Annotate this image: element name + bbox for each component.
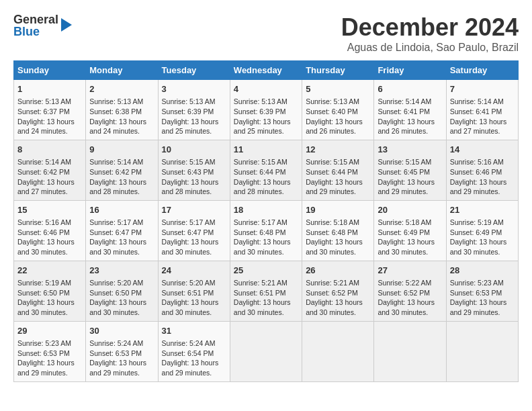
logo-blue: Blue	[13, 26, 58, 38]
calendar-cell	[374, 321, 446, 381]
sunrise-text: Sunrise: 5:15 AM	[306, 158, 359, 166]
sunset-text: Sunset: 6:51 PM	[162, 289, 214, 297]
calendar-cell: 14Sunrise: 5:16 AMSunset: 6:46 PMDayligh…	[446, 140, 518, 200]
day-number: 1	[17, 83, 82, 95]
day-number: 3	[162, 83, 226, 95]
sunset-text: Sunset: 6:40 PM	[306, 107, 358, 116]
calendar-cell: 28Sunrise: 5:23 AMSunset: 6:53 PMDayligh…	[446, 261, 518, 321]
day-number: 31	[162, 325, 226, 337]
day-number: 14	[450, 144, 515, 156]
sunset-text: Sunset: 6:41 PM	[378, 107, 430, 116]
day-number: 21	[450, 204, 515, 216]
sunset-text: Sunset: 6:44 PM	[234, 168, 286, 176]
weekday-header-monday: Monday	[86, 61, 158, 80]
sunrise-text: Sunrise: 5:13 AM	[89, 97, 143, 105]
sunrise-text: Sunrise: 5:14 AM	[378, 97, 431, 105]
calendar-cell: 10Sunrise: 5:15 AMSunset: 6:43 PMDayligh…	[158, 140, 230, 200]
day-number: 29	[17, 325, 82, 337]
day-number: 5	[306, 83, 370, 95]
sunrise-text: Sunrise: 5:22 AM	[378, 279, 431, 287]
sunrise-text: Sunrise: 5:24 AM	[162, 339, 216, 347]
sunset-text: Sunset: 6:46 PM	[17, 228, 70, 236]
sunrise-text: Sunrise: 5:15 AM	[378, 158, 431, 166]
day-number: 8	[17, 144, 82, 156]
sunset-text: Sunset: 6:45 PM	[378, 168, 430, 176]
day-number: 19	[306, 204, 370, 216]
calendar-cell: 20Sunrise: 5:18 AMSunset: 6:49 PMDayligh…	[374, 200, 446, 261]
daylight-text: Daylight: 13 hours and 28 minutes.	[89, 178, 146, 196]
logo-chevron-icon	[61, 18, 72, 32]
daylight-text: Daylight: 13 hours and 26 minutes.	[378, 118, 435, 136]
calendar-cell: 21Sunrise: 5:19 AMSunset: 6:49 PMDayligh…	[446, 200, 518, 261]
daylight-text: Daylight: 13 hours and 29 minutes.	[450, 178, 507, 196]
sunset-text: Sunset: 6:39 PM	[162, 107, 214, 116]
day-number: 11	[234, 144, 298, 156]
sunset-text: Sunset: 6:47 PM	[89, 228, 142, 236]
daylight-text: Daylight: 13 hours and 30 minutes.	[450, 238, 507, 256]
day-number: 23	[89, 265, 154, 277]
month-title: December 2024	[341, 13, 519, 42]
sunset-text: Sunset: 6:38 PM	[89, 107, 142, 116]
calendar-cell: 8Sunrise: 5:14 AMSunset: 6:42 PMDaylight…	[14, 140, 86, 200]
calendar-cell: 22Sunrise: 5:19 AMSunset: 6:50 PMDayligh…	[14, 261, 86, 321]
calendar-cell: 27Sunrise: 5:22 AMSunset: 6:52 PMDayligh…	[374, 261, 446, 321]
calendar-cell: 7Sunrise: 5:14 AMSunset: 6:41 PMDaylight…	[446, 80, 518, 140]
sunrise-text: Sunrise: 5:17 AM	[162, 218, 216, 226]
calendar-cell: 23Sunrise: 5:20 AMSunset: 6:50 PMDayligh…	[86, 261, 158, 321]
daylight-text: Daylight: 13 hours and 26 minutes.	[306, 118, 363, 136]
daylight-text: Daylight: 13 hours and 30 minutes.	[89, 298, 146, 316]
daylight-text: Daylight: 13 hours and 24 minutes.	[17, 118, 75, 136]
day-number: 17	[162, 204, 226, 216]
day-number: 6	[378, 83, 442, 95]
day-number: 24	[162, 265, 226, 277]
weekday-header-tuesday: Tuesday	[158, 61, 230, 80]
week-row-1: 1Sunrise: 5:13 AMSunset: 6:37 PMDaylight…	[14, 80, 519, 140]
week-row-4: 22Sunrise: 5:19 AMSunset: 6:50 PMDayligh…	[14, 261, 519, 321]
day-number: 27	[378, 265, 442, 277]
calendar-cell: 15Sunrise: 5:16 AMSunset: 6:46 PMDayligh…	[14, 200, 86, 261]
calendar-cell: 19Sunrise: 5:18 AMSunset: 6:48 PMDayligh…	[302, 200, 374, 261]
calendar-cell: 31Sunrise: 5:24 AMSunset: 6:54 PMDayligh…	[158, 321, 230, 381]
daylight-text: Daylight: 13 hours and 28 minutes.	[162, 178, 219, 196]
daylight-text: Daylight: 13 hours and 24 minutes.	[89, 118, 146, 136]
sunset-text: Sunset: 6:53 PM	[17, 349, 70, 357]
logo: General Blue	[13, 13, 72, 38]
sunrise-text: Sunrise: 5:17 AM	[234, 218, 287, 226]
day-number: 15	[17, 204, 82, 216]
calendar-cell: 9Sunrise: 5:14 AMSunset: 6:42 PMDaylight…	[86, 140, 158, 200]
location: Aguas de Lindoia, Sao Paulo, Brazil	[341, 42, 519, 54]
calendar-cell: 1Sunrise: 5:13 AMSunset: 6:37 PMDaylight…	[14, 80, 86, 140]
sunrise-text: Sunrise: 5:19 AM	[17, 279, 71, 287]
day-number: 9	[89, 144, 154, 156]
calendar-table: SundayMondayTuesdayWednesdayThursdayFrid…	[13, 60, 519, 382]
weekday-header-row: SundayMondayTuesdayWednesdayThursdayFrid…	[14, 61, 519, 80]
sunset-text: Sunset: 6:50 PM	[89, 289, 142, 297]
sunrise-text: Sunrise: 5:13 AM	[17, 97, 71, 105]
calendar-cell	[446, 321, 518, 381]
sunrise-text: Sunrise: 5:13 AM	[162, 97, 216, 105]
daylight-text: Daylight: 13 hours and 29 minutes.	[17, 359, 75, 377]
sunset-text: Sunset: 6:48 PM	[234, 228, 286, 236]
daylight-text: Daylight: 13 hours and 30 minutes.	[89, 238, 146, 256]
sunrise-text: Sunrise: 5:15 AM	[234, 158, 287, 166]
sunset-text: Sunset: 6:49 PM	[378, 228, 430, 236]
calendar-cell: 16Sunrise: 5:17 AMSunset: 6:47 PMDayligh…	[86, 200, 158, 261]
daylight-text: Daylight: 13 hours and 30 minutes.	[306, 238, 363, 256]
sunrise-text: Sunrise: 5:18 AM	[378, 218, 431, 226]
week-row-2: 8Sunrise: 5:14 AMSunset: 6:42 PMDaylight…	[14, 140, 519, 200]
sunset-text: Sunset: 6:37 PM	[17, 107, 70, 116]
daylight-text: Daylight: 13 hours and 30 minutes.	[378, 238, 435, 256]
calendar-cell	[302, 321, 374, 381]
calendar-cell: 6Sunrise: 5:14 AMSunset: 6:41 PMDaylight…	[374, 80, 446, 140]
day-number: 10	[162, 144, 226, 156]
sunrise-text: Sunrise: 5:23 AM	[450, 279, 504, 287]
daylight-text: Daylight: 13 hours and 29 minutes.	[162, 359, 219, 377]
day-number: 18	[234, 204, 298, 216]
calendar-cell: 13Sunrise: 5:15 AMSunset: 6:45 PMDayligh…	[374, 140, 446, 200]
day-number: 12	[306, 144, 370, 156]
sunrise-text: Sunrise: 5:20 AM	[89, 279, 143, 287]
daylight-text: Daylight: 13 hours and 29 minutes.	[378, 178, 435, 196]
sunrise-text: Sunrise: 5:14 AM	[450, 97, 504, 105]
sunrise-text: Sunrise: 5:13 AM	[306, 97, 359, 105]
weekday-header-sunday: Sunday	[14, 61, 86, 80]
